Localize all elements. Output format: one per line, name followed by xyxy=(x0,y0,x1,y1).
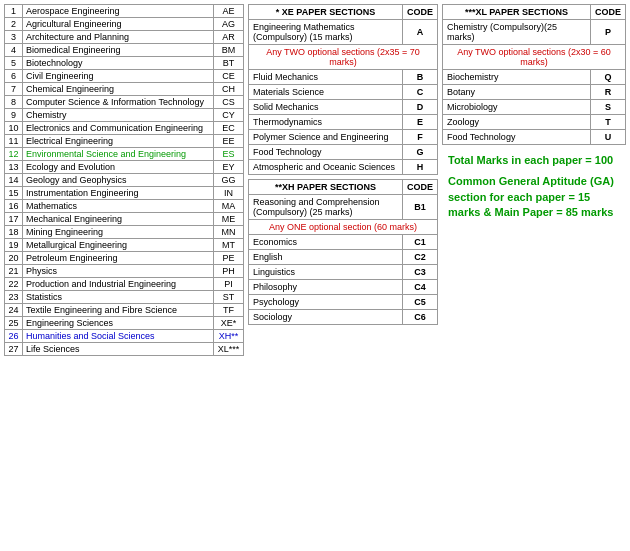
section-row: Food TechnologyU xyxy=(443,130,626,145)
xh-table: **XH PAPER SECTIONS CODE Reasoning and C… xyxy=(248,179,438,325)
compulsory-row: Chemistry (Compulsory)(25 marks)P xyxy=(443,20,626,45)
compulsory-name: Engineering Mathematics (Compulsory) (15… xyxy=(249,20,403,45)
section-name: Linguistics xyxy=(249,265,403,280)
xl-header: ***XL PAPER SECTIONS xyxy=(443,5,591,20)
section-row: PsychologyC5 xyxy=(249,295,438,310)
xe-table: * XE PAPER SECTIONS CODE Engineering Mat… xyxy=(248,4,438,175)
optional-note-row: Any TWO optional sections (2x35 = 70 mar… xyxy=(249,45,438,70)
section-code: H xyxy=(402,160,437,175)
section-row: MicrobiologyS xyxy=(443,100,626,115)
subject-code: ST xyxy=(214,291,244,304)
section-code: G xyxy=(402,145,437,160)
section-name: Microbiology xyxy=(443,100,591,115)
middle-panel: * XE PAPER SECTIONS CODE Engineering Mat… xyxy=(248,4,438,356)
subject-row: 12Environmental Science and EngineeringE… xyxy=(5,148,244,161)
subject-name: Production and Industrial Engineering xyxy=(23,278,214,291)
subject-row: 1Aerospace EngineeringAE xyxy=(5,5,244,18)
total-marks-text: Total Marks in each paper = 100 xyxy=(448,153,620,168)
subject-num: 22 xyxy=(5,278,23,291)
subject-row: 17Mechanical EngineeringME xyxy=(5,213,244,226)
subject-num: 19 xyxy=(5,239,23,252)
section-code: C1 xyxy=(402,235,437,250)
section-code: C4 xyxy=(402,280,437,295)
subject-name: Mechanical Engineering xyxy=(23,213,214,226)
subject-num: 1 xyxy=(5,5,23,18)
section-row: EnglishC2 xyxy=(249,250,438,265)
xh-header: **XH PAPER SECTIONS xyxy=(249,180,403,195)
subject-num: 27 xyxy=(5,343,23,356)
subject-name: Textile Engineering and Fibre Science xyxy=(23,304,214,317)
subject-num: 18 xyxy=(5,226,23,239)
compulsory-row: Reasoning and Comprehension (Compulsory)… xyxy=(249,195,438,220)
subject-row: 4Biomedical EngineeringBM xyxy=(5,44,244,57)
subject-name: Metallurgical Engineering xyxy=(23,239,214,252)
subject-code: CY xyxy=(214,109,244,122)
subject-num: 14 xyxy=(5,174,23,187)
info-box: Total Marks in each paper = 100 Common G… xyxy=(442,149,626,225)
optional-note-row: Any TWO optional sections (2x30 = 60 mar… xyxy=(443,45,626,70)
subject-name: Biotechnology xyxy=(23,57,214,70)
subject-name: Statistics xyxy=(23,291,214,304)
subject-row: 5BiotechnologyBT xyxy=(5,57,244,70)
section-name: Philosophy xyxy=(249,280,403,295)
subject-row: 9ChemistryCY xyxy=(5,109,244,122)
subject-code: AE xyxy=(214,5,244,18)
subject-name: Electrical Engineering xyxy=(23,135,214,148)
subject-code: XL*** xyxy=(214,343,244,356)
subject-row: 6Civil EngineeringCE xyxy=(5,70,244,83)
subject-row: 21PhysicsPH xyxy=(5,265,244,278)
subject-row: 7Chemical EngineeringCH xyxy=(5,83,244,96)
subject-name: Architecture and Planning xyxy=(23,31,214,44)
section-code: T xyxy=(590,115,625,130)
subject-num: 13 xyxy=(5,161,23,174)
subject-name: Physics xyxy=(23,265,214,278)
subject-name: Chemistry xyxy=(23,109,214,122)
section-row: PhilosophyC4 xyxy=(249,280,438,295)
section-row: LinguisticsC3 xyxy=(249,265,438,280)
section-row: BiochemistryQ xyxy=(443,70,626,85)
subject-name: Geology and Geophysics xyxy=(23,174,214,187)
subject-num: 17 xyxy=(5,213,23,226)
subject-code: BT xyxy=(214,57,244,70)
compulsory-code: P xyxy=(590,20,625,45)
subject-row: 20Petroleum EngineeringPE xyxy=(5,252,244,265)
section-code: R xyxy=(590,85,625,100)
section-name: Food Technology xyxy=(443,130,591,145)
subject-code: CE xyxy=(214,70,244,83)
section-row: EconomicsC1 xyxy=(249,235,438,250)
subject-row: 27Life SciencesXL*** xyxy=(5,343,244,356)
subject-name: Engineering Sciences xyxy=(23,317,214,330)
section-name: Biochemistry xyxy=(443,70,591,85)
compulsory-code: A xyxy=(402,20,437,45)
subject-row: 16MathematicsMA xyxy=(5,200,244,213)
section-name: Polymer Science and Engineering xyxy=(249,130,403,145)
section-row: Solid MechanicsD xyxy=(249,100,438,115)
subject-row: 22Production and Industrial EngineeringP… xyxy=(5,278,244,291)
section-row: Atmospheric and Oceanic SciencesH xyxy=(249,160,438,175)
section-row: Food TechnologyG xyxy=(249,145,438,160)
section-code: C xyxy=(402,85,437,100)
subject-row: 24Textile Engineering and Fibre ScienceT… xyxy=(5,304,244,317)
section-row: SociologyC6 xyxy=(249,310,438,325)
section-name: Fluid Mechanics xyxy=(249,70,403,85)
subject-name: Life Sciences xyxy=(23,343,214,356)
section-code: E xyxy=(402,115,437,130)
section-code: D xyxy=(402,100,437,115)
subject-code: EY xyxy=(214,161,244,174)
subject-name: Ecology and Evolution xyxy=(23,161,214,174)
section-name: Food Technology xyxy=(249,145,403,160)
subject-name: Aerospace Engineering xyxy=(23,5,214,18)
subject-name: Agricultural Engineering xyxy=(23,18,214,31)
section-name: Zoology xyxy=(443,115,591,130)
subject-code: ES xyxy=(214,148,244,161)
subject-num: 24 xyxy=(5,304,23,317)
subject-row: 15Instrumentation EngineeringIN xyxy=(5,187,244,200)
section-name: Botany xyxy=(443,85,591,100)
optional-note: Any TWO optional sections (2x30 = 60 mar… xyxy=(443,45,626,70)
subject-code: MT xyxy=(214,239,244,252)
section-row: Fluid MechanicsB xyxy=(249,70,438,85)
subject-row: 2Agricultural EngineeringAG xyxy=(5,18,244,31)
subject-name: Instrumentation Engineering xyxy=(23,187,214,200)
subject-code: CS xyxy=(214,96,244,109)
subject-row: 3Architecture and PlanningAR xyxy=(5,31,244,44)
